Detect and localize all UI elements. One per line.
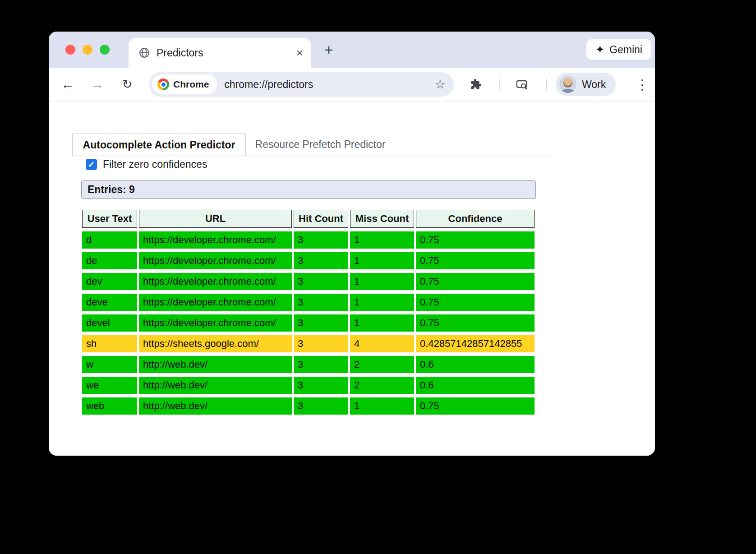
- cell-hit-count: 3: [294, 252, 348, 269]
- cell-hit-count: 3: [294, 377, 348, 394]
- table-row: dehttps://developer.chrome.com/310.75: [82, 252, 535, 269]
- url-text[interactable]: chrome://predictors: [224, 78, 313, 91]
- cell-confidence: 0.75: [416, 397, 535, 415]
- cell-confidence: 0.75: [416, 273, 535, 290]
- predictors-table: User TextURLHit CountMiss CountConfidenc…: [80, 206, 536, 418]
- minimize-window-button[interactable]: [83, 45, 92, 55]
- filter-zero-confidences-checkbox[interactable]: ✓: [86, 159, 97, 170]
- menu-kebab-icon[interactable]: ⋮: [632, 74, 652, 94]
- cell-user-text: de: [82, 252, 137, 269]
- toolbar-divider: [546, 78, 547, 91]
- gemini-sparkle-icon: ✦: [595, 43, 604, 56]
- table-body: dhttps://developer.chrome.com/310.75deht…: [82, 231, 535, 415]
- browser-toolbar: ← → ↻ Chrome chrome://predictors ☆: [49, 68, 655, 102]
- toolbar-divider: [499, 78, 500, 91]
- tab-title: Predictors: [157, 47, 296, 59]
- cell-hit-count: 3: [294, 273, 348, 290]
- cell-hit-count: 3: [294, 335, 348, 352]
- bookmark-star-icon[interactable]: ☆: [435, 77, 446, 92]
- table-row: devehttps://developer.chrome.com/310.75: [82, 294, 535, 311]
- table-header-row: User TextURLHit CountMiss CountConfidenc…: [82, 210, 535, 228]
- page-content: Autocomplete Action Predictor Resource P…: [49, 102, 655, 456]
- table-row: shhttps://sheets.google.com/340.42857142…: [82, 335, 535, 352]
- cell-hit-count: 3: [294, 231, 348, 249]
- cell-url: http://web.dev/: [139, 377, 292, 394]
- tab-close-icon[interactable]: ×: [296, 47, 303, 59]
- cell-miss-count: 1: [350, 294, 414, 311]
- tab-autocomplete-action-predictor[interactable]: Autocomplete Action Predictor: [72, 134, 246, 156]
- maximize-window-button[interactable]: [100, 45, 110, 55]
- cell-url: https://developer.chrome.com/: [139, 231, 292, 249]
- cell-url: https://developer.chrome.com/: [139, 252, 292, 269]
- profile-label: Work: [582, 78, 606, 91]
- cell-confidence: 0.6: [416, 356, 535, 373]
- column-header: Hit Count: [294, 210, 348, 228]
- table-row: whttp://web.dev/320.6: [82, 356, 535, 373]
- predictor-tabbar: Autocomplete Action Predictor Resource P…: [72, 134, 552, 156]
- cell-miss-count: 1: [350, 252, 414, 269]
- tab-search-icon[interactable]: [512, 74, 531, 94]
- gemini-button[interactable]: ✦ Gemini: [586, 39, 651, 60]
- cell-user-text: w: [82, 356, 137, 373]
- cell-confidence: 0.75: [416, 231, 535, 249]
- cell-hit-count: 3: [294, 356, 348, 373]
- column-header: Confidence: [416, 210, 535, 228]
- filter-row: ✓ Filter zero confidences: [86, 158, 207, 171]
- back-button[interactable]: ←: [58, 74, 78, 94]
- checkmark-icon: ✓: [88, 159, 95, 170]
- cell-user-text: deve: [82, 294, 137, 311]
- cell-miss-count: 1: [350, 314, 414, 332]
- gemini-label: Gemini: [609, 44, 642, 56]
- column-header: Miss Count: [350, 210, 414, 228]
- browser-tab[interactable]: Predictors ×: [129, 38, 311, 68]
- extensions-icon[interactable]: [466, 74, 486, 94]
- table-row: develhttps://developer.chrome.com/310.75: [82, 314, 535, 332]
- cell-user-text: d: [82, 231, 137, 249]
- cell-url: https://developer.chrome.com/: [139, 273, 292, 290]
- cell-hit-count: 3: [294, 314, 348, 332]
- cell-url: http://web.dev/: [139, 356, 292, 373]
- forward-button[interactable]: →: [88, 74, 107, 94]
- cell-user-text: we: [82, 377, 137, 394]
- table-row: devhttps://developer.chrome.com/310.75: [82, 273, 535, 290]
- cell-url: http://web.dev/: [139, 397, 292, 415]
- column-header: User Text: [82, 210, 137, 228]
- cell-confidence: 0.6: [416, 377, 535, 394]
- new-tab-button[interactable]: +: [319, 40, 339, 60]
- cell-miss-count: 2: [350, 377, 414, 394]
- cell-confidence: 0.75: [416, 252, 535, 269]
- table-row: webhttp://web.dev/310.75: [82, 397, 535, 415]
- reload-button[interactable]: ↻: [117, 74, 137, 94]
- column-header: URL: [139, 210, 292, 228]
- cell-miss-count: 1: [350, 231, 414, 249]
- cell-confidence: 0.42857142857142855: [416, 335, 535, 352]
- address-bar[interactable]: Chrome chrome://predictors ☆: [149, 72, 454, 97]
- cell-miss-count: 1: [350, 397, 414, 415]
- close-window-button[interactable]: [65, 45, 75, 55]
- entries-count-bar: Entries: 9: [81, 180, 536, 199]
- cell-url: https://developer.chrome.com/: [139, 294, 292, 311]
- cell-miss-count: 4: [350, 335, 414, 352]
- cell-url: https://sheets.google.com/: [139, 335, 292, 352]
- cell-user-text: web: [82, 397, 137, 415]
- cell-hit-count: 3: [294, 397, 348, 415]
- chrome-chip-label: Chrome: [173, 79, 209, 90]
- chrome-chip[interactable]: Chrome: [152, 74, 217, 94]
- chrome-logo-icon: [157, 78, 169, 90]
- cell-confidence: 0.75: [416, 294, 535, 311]
- cell-user-text: dev: [82, 273, 137, 290]
- globe-icon: [138, 47, 150, 59]
- cell-confidence: 0.75: [416, 314, 535, 332]
- cell-user-text: sh: [82, 335, 137, 352]
- cell-hit-count: 3: [294, 294, 348, 311]
- cell-url: https://developer.chrome.com/: [139, 314, 292, 332]
- tab-strip: Predictors × + ✦ Gemini: [49, 32, 655, 68]
- cell-user-text: devel: [82, 314, 137, 332]
- avatar: [559, 76, 576, 93]
- filter-label: Filter zero confidences: [103, 158, 207, 171]
- table-row: wehttp://web.dev/320.6: [82, 377, 535, 394]
- table-row: dhttps://developer.chrome.com/310.75: [82, 231, 535, 249]
- cell-miss-count: 1: [350, 273, 414, 290]
- profile-chip[interactable]: Work: [556, 73, 616, 96]
- tab-resource-prefetch-predictor[interactable]: Resource Prefetch Predictor: [246, 134, 395, 156]
